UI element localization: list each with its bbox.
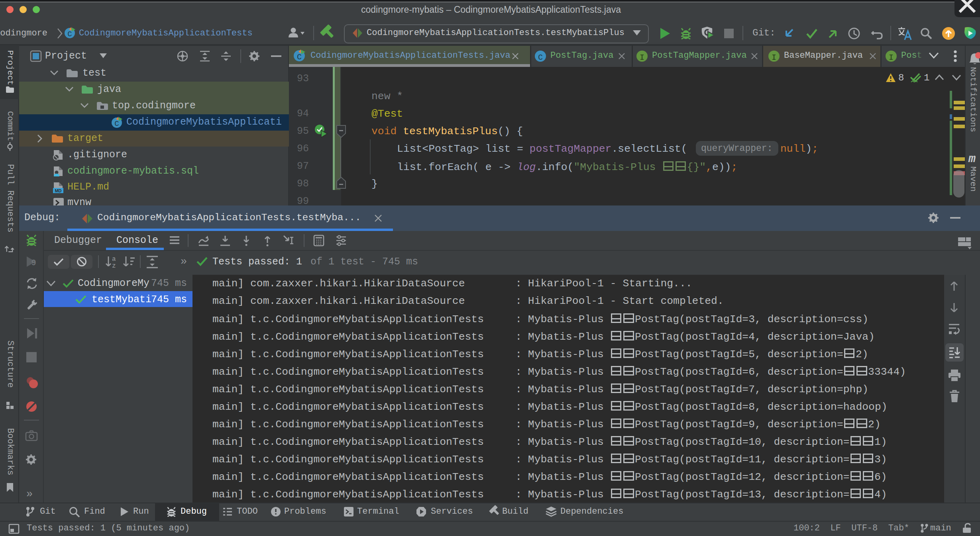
svg-text:C: C <box>538 53 543 62</box>
svg-text:I: I <box>889 53 894 62</box>
svg-text:C: C <box>297 53 302 62</box>
svg-text:a: a <box>112 256 116 263</box>
svg-text:I: I <box>772 53 776 62</box>
svg-text:z: z <box>112 262 116 270</box>
svg-text:C: C <box>67 30 72 39</box>
svg-text:C: C <box>114 119 119 128</box>
svg-text:9: 9 <box>31 258 36 267</box>
svg-text:I: I <box>640 53 644 62</box>
svg-text:MD: MD <box>55 188 61 193</box>
